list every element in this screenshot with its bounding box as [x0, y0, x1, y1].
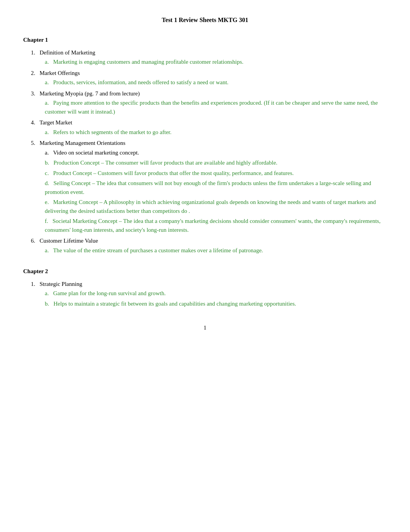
list-item: 4. Target Market a. Refers to which segm… — [31, 118, 387, 136]
list-item: d. Selling Concept – The idea that consu… — [45, 179, 387, 196]
sub-item: e. Marketing Concept – A philosophy in w… — [45, 199, 376, 214]
sub-list: a. Paying more attention to the specific… — [45, 99, 387, 116]
chapter2-section: Chapter 2 1. Strategic Planning a. Game … — [23, 267, 387, 308]
list-item: 1. Strategic Planning a. Game plan for t… — [31, 280, 387, 308]
list-item: a. Products, services, information, and … — [45, 78, 387, 87]
sub-list: a. Products, services, information, and … — [45, 78, 387, 87]
sub-item: a. Game plan for the long-run survival a… — [45, 290, 166, 296]
sub-item: a. Marketing is engaging customers and m… — [45, 59, 243, 65]
list-item: 6. Customer Lifetime Value a. The value … — [31, 236, 387, 255]
list-item: a. Marketing is engaging customers and m… — [45, 58, 387, 66]
sub-list: a. The value of the entire stream of pur… — [45, 246, 387, 255]
item-label: 4. Target Market — [31, 119, 72, 126]
sub-item: a. Paying more attention to the specific… — [45, 100, 378, 115]
list-item: 2. Market Offerings a. Products, service… — [31, 69, 387, 87]
chapter2-heading: Chapter 2 — [23, 267, 387, 276]
sub-list: a. Game plan for the long-run survival a… — [45, 289, 387, 308]
list-item: a. Refers to which segments of the marke… — [45, 128, 387, 137]
list-item: 1. Definition of Marketing a. Marketing … — [31, 48, 387, 66]
chapter2-list: 1. Strategic Planning a. Game plan for t… — [31, 280, 387, 308]
list-item: a. Game plan for the long-run survival a… — [45, 289, 387, 298]
chapter1-section: Chapter 1 1. Definition of Marketing a. … — [23, 36, 387, 255]
sub-item: f. Societal Marketing Concept – The idea… — [45, 218, 381, 233]
chapter1-list: 1. Definition of Marketing a. Marketing … — [31, 48, 387, 255]
list-item: a. Video on societal marketing concept. — [45, 148, 387, 157]
item-label: 1. Strategic Planning — [31, 281, 82, 287]
sub-item: b. Production Concept – The consumer wil… — [45, 160, 278, 166]
sub-item: a. Products, services, information, and … — [45, 79, 229, 85]
item-label: 2. Market Offerings — [31, 70, 80, 76]
item-label: 5. Marketing Management Orientations — [31, 140, 125, 146]
page-number: 1 — [23, 323, 387, 332]
list-item: c. Product Concept – Customers will favo… — [45, 169, 387, 178]
chapter1-heading: Chapter 1 — [23, 36, 387, 44]
item-label: 3. Marketing Myopia (pg. 7 and from lect… — [31, 90, 140, 97]
list-item: e. Marketing Concept – A philosophy in w… — [45, 198, 387, 215]
list-item: 5. Marketing Management Orientations a. … — [31, 139, 387, 234]
sub-list: a. Video on societal marketing concept. … — [45, 148, 387, 235]
list-item: b. Helps to maintain a strategic fit bet… — [45, 299, 387, 308]
list-item: a. Paying more attention to the specific… — [45, 99, 387, 116]
sub-list: a. Refers to which segments of the marke… — [45, 128, 387, 137]
sub-item: a. The value of the entire stream of pur… — [45, 247, 263, 253]
item-label: 6. Customer Lifetime Value — [31, 238, 98, 244]
list-item: b. Production Concept – The consumer wil… — [45, 158, 387, 167]
sub-item: a. Video on societal marketing concept. — [45, 150, 139, 156]
page-title: Test 1 Review Sheets MKTG 301 — [23, 15, 387, 25]
item-label: 1. Definition of Marketing — [31, 49, 95, 56]
sub-item: d. Selling Concept – The idea that consu… — [45, 180, 371, 195]
sub-item: c. Product Concept – Customers will favo… — [45, 170, 294, 176]
list-item: a. The value of the entire stream of pur… — [45, 246, 387, 255]
list-item: 3. Marketing Myopia (pg. 7 and from lect… — [31, 89, 387, 116]
sub-list: a. Marketing is engaging customers and m… — [45, 58, 387, 66]
sub-item: a. Refers to which segments of the marke… — [45, 129, 171, 135]
sub-item: b. Helps to maintain a strategic fit bet… — [45, 301, 296, 307]
list-item: f. Societal Marketing Concept – The idea… — [45, 217, 387, 234]
